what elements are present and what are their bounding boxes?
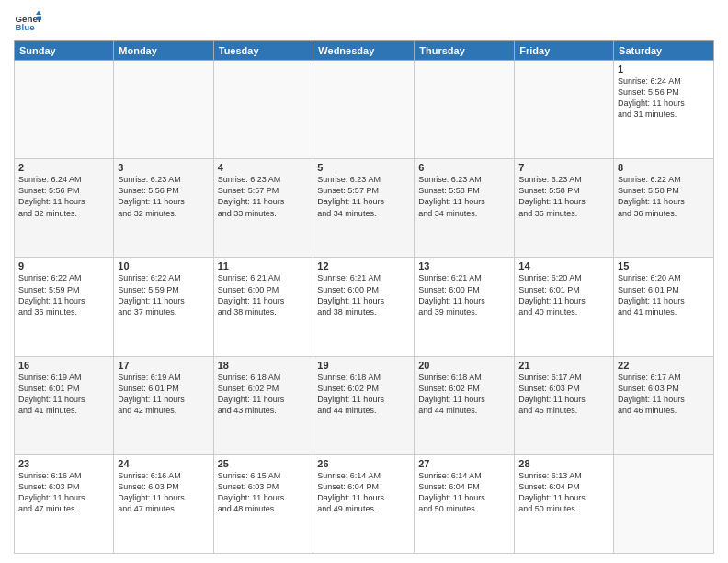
calendar-cell: 8Sunrise: 6:22 AM Sunset: 5:58 PM Daylig… — [614, 159, 714, 258]
day-info: Sunrise: 6:19 AM Sunset: 6:01 PM Dayligh… — [118, 372, 209, 417]
logo-icon: General Blue — [14, 9, 41, 37]
day-number: 18 — [218, 360, 310, 371]
day-info: Sunrise: 6:16 AM Sunset: 6:03 PM Dayligh… — [18, 470, 109, 515]
calendar-week-row: 9Sunrise: 6:22 AM Sunset: 5:59 PM Daylig… — [15, 258, 714, 356]
day-info: Sunrise: 6:23 AM Sunset: 5:57 PM Dayligh… — [317, 174, 410, 219]
day-number: 7 — [518, 162, 609, 173]
page: General Blue SundayMondayTuesdayWednesda… — [0, 0, 728, 563]
day-info: Sunrise: 6:15 AM Sunset: 6:03 PM Dayligh… — [218, 470, 310, 515]
day-number: 27 — [418, 458, 510, 469]
day-number: 9 — [18, 260, 109, 271]
day-info: Sunrise: 6:23 AM Sunset: 5:58 PM Dayligh… — [418, 174, 510, 219]
day-number: 4 — [218, 162, 310, 173]
day-info: Sunrise: 6:19 AM Sunset: 6:01 PM Dayligh… — [18, 372, 109, 417]
day-info: Sunrise: 6:20 AM Sunset: 6:01 PM Dayligh… — [518, 272, 609, 317]
day-number: 22 — [618, 360, 710, 371]
calendar-body: 1Sunrise: 6:24 AM Sunset: 5:56 PM Daylig… — [15, 61, 714, 554]
calendar-cell: 12Sunrise: 6:21 AM Sunset: 6:00 PM Dayli… — [313, 258, 415, 356]
calendar-cell: 6Sunrise: 6:23 AM Sunset: 5:58 PM Daylig… — [415, 159, 515, 258]
weekday-header: Tuesday — [213, 41, 313, 61]
day-number: 17 — [118, 360, 209, 371]
calendar-cell: 7Sunrise: 6:23 AM Sunset: 5:58 PM Daylig… — [515, 159, 614, 258]
day-info: Sunrise: 6:22 AM Sunset: 5:58 PM Dayligh… — [618, 174, 710, 219]
calendar-cell — [614, 454, 714, 553]
day-info: Sunrise: 6:23 AM Sunset: 5:56 PM Dayligh… — [118, 174, 209, 219]
calendar-week-row: 23Sunrise: 6:16 AM Sunset: 6:03 PM Dayli… — [15, 454, 714, 553]
header: General Blue — [14, 9, 714, 37]
calendar-week-row: 16Sunrise: 6:19 AM Sunset: 6:01 PM Dayli… — [15, 356, 714, 454]
calendar-week-row: 1Sunrise: 6:24 AM Sunset: 5:56 PM Daylig… — [15, 61, 714, 159]
calendar-cell: 13Sunrise: 6:21 AM Sunset: 6:00 PM Dayli… — [415, 258, 515, 356]
calendar-cell: 4Sunrise: 6:23 AM Sunset: 5:57 PM Daylig… — [213, 159, 313, 258]
day-info: Sunrise: 6:14 AM Sunset: 6:04 PM Dayligh… — [418, 470, 510, 515]
day-number: 1 — [618, 63, 710, 75]
day-number: 12 — [317, 260, 410, 271]
calendar-cell — [415, 61, 515, 159]
calendar-cell — [213, 61, 313, 159]
day-number: 2 — [18, 162, 109, 173]
svg-marker-2 — [36, 11, 41, 16]
calendar-cell: 24Sunrise: 6:16 AM Sunset: 6:03 PM Dayli… — [114, 454, 213, 553]
day-info: Sunrise: 6:18 AM Sunset: 6:02 PM Dayligh… — [218, 372, 310, 417]
day-number: 26 — [317, 458, 410, 469]
calendar-cell: 16Sunrise: 6:19 AM Sunset: 6:01 PM Dayli… — [15, 356, 114, 454]
calendar-cell: 1Sunrise: 6:24 AM Sunset: 5:56 PM Daylig… — [614, 61, 714, 159]
day-number: 25 — [218, 458, 310, 469]
day-number: 20 — [418, 360, 510, 371]
day-number: 6 — [418, 162, 510, 173]
day-number: 19 — [317, 360, 410, 371]
day-info: Sunrise: 6:18 AM Sunset: 6:02 PM Dayligh… — [418, 372, 510, 417]
day-info: Sunrise: 6:18 AM Sunset: 6:02 PM Dayligh… — [317, 372, 410, 417]
day-info: Sunrise: 6:24 AM Sunset: 5:56 PM Dayligh… — [18, 174, 109, 219]
calendar-cell: 14Sunrise: 6:20 AM Sunset: 6:01 PM Dayli… — [515, 258, 614, 356]
calendar-cell: 19Sunrise: 6:18 AM Sunset: 6:02 PM Dayli… — [313, 356, 415, 454]
weekday-header: Monday — [114, 41, 213, 61]
weekday-header: Thursday — [415, 41, 515, 61]
day-number: 21 — [518, 360, 609, 371]
calendar-cell: 23Sunrise: 6:16 AM Sunset: 6:03 PM Dayli… — [15, 454, 114, 553]
calendar-cell — [515, 61, 614, 159]
calendar-cell: 17Sunrise: 6:19 AM Sunset: 6:01 PM Dayli… — [114, 356, 213, 454]
svg-text:Blue: Blue — [16, 22, 36, 32]
day-info: Sunrise: 6:17 AM Sunset: 6:03 PM Dayligh… — [618, 372, 710, 417]
day-info: Sunrise: 6:23 AM Sunset: 5:57 PM Dayligh… — [218, 174, 310, 219]
calendar-cell — [313, 61, 415, 159]
logo: General Blue — [14, 9, 45, 37]
day-number: 8 — [618, 162, 710, 173]
calendar-cell: 11Sunrise: 6:21 AM Sunset: 6:00 PM Dayli… — [213, 258, 313, 356]
day-number: 10 — [118, 260, 209, 271]
calendar-cell: 2Sunrise: 6:24 AM Sunset: 5:56 PM Daylig… — [15, 159, 114, 258]
day-number: 5 — [317, 162, 410, 173]
day-info: Sunrise: 6:21 AM Sunset: 6:00 PM Dayligh… — [317, 272, 410, 317]
day-info: Sunrise: 6:21 AM Sunset: 6:00 PM Dayligh… — [218, 272, 310, 317]
calendar-cell — [114, 61, 213, 159]
weekday-header: Sunday — [15, 41, 114, 61]
calendar-header-row: SundayMondayTuesdayWednesdayThursdayFrid… — [15, 41, 714, 61]
calendar-cell: 3Sunrise: 6:23 AM Sunset: 5:56 PM Daylig… — [114, 159, 213, 258]
day-number: 23 — [18, 458, 109, 469]
day-number: 15 — [618, 260, 710, 271]
day-info: Sunrise: 6:16 AM Sunset: 6:03 PM Dayligh… — [118, 470, 209, 515]
calendar-cell: 26Sunrise: 6:14 AM Sunset: 6:04 PM Dayli… — [313, 454, 415, 553]
calendar-cell: 25Sunrise: 6:15 AM Sunset: 6:03 PM Dayli… — [213, 454, 313, 553]
day-info: Sunrise: 6:24 AM Sunset: 5:56 PM Dayligh… — [618, 75, 710, 121]
day-info: Sunrise: 6:23 AM Sunset: 5:58 PM Dayligh… — [518, 174, 609, 219]
calendar-cell: 22Sunrise: 6:17 AM Sunset: 6:03 PM Dayli… — [614, 356, 714, 454]
calendar-cell: 9Sunrise: 6:22 AM Sunset: 5:59 PM Daylig… — [15, 258, 114, 356]
calendar-cell: 10Sunrise: 6:22 AM Sunset: 5:59 PM Dayli… — [114, 258, 213, 356]
weekday-header: Friday — [515, 41, 614, 61]
calendar-cell — [15, 61, 114, 159]
day-number: 11 — [218, 260, 310, 271]
calendar-week-row: 2Sunrise: 6:24 AM Sunset: 5:56 PM Daylig… — [15, 159, 714, 258]
day-info: Sunrise: 6:20 AM Sunset: 6:01 PM Dayligh… — [618, 272, 710, 317]
weekday-header: Saturday — [614, 41, 714, 61]
day-info: Sunrise: 6:17 AM Sunset: 6:03 PM Dayligh… — [518, 372, 609, 417]
weekday-header: Wednesday — [313, 41, 415, 61]
day-info: Sunrise: 6:13 AM Sunset: 6:04 PM Dayligh… — [518, 470, 609, 515]
calendar-cell: 15Sunrise: 6:20 AM Sunset: 6:01 PM Dayli… — [614, 258, 714, 356]
calendar-cell: 20Sunrise: 6:18 AM Sunset: 6:02 PM Dayli… — [415, 356, 515, 454]
day-info: Sunrise: 6:21 AM Sunset: 6:00 PM Dayligh… — [418, 272, 510, 317]
calendar-table: SundayMondayTuesdayWednesdayThursdayFrid… — [14, 40, 714, 554]
day-info: Sunrise: 6:22 AM Sunset: 5:59 PM Dayligh… — [118, 272, 209, 317]
day-number: 16 — [18, 360, 109, 371]
